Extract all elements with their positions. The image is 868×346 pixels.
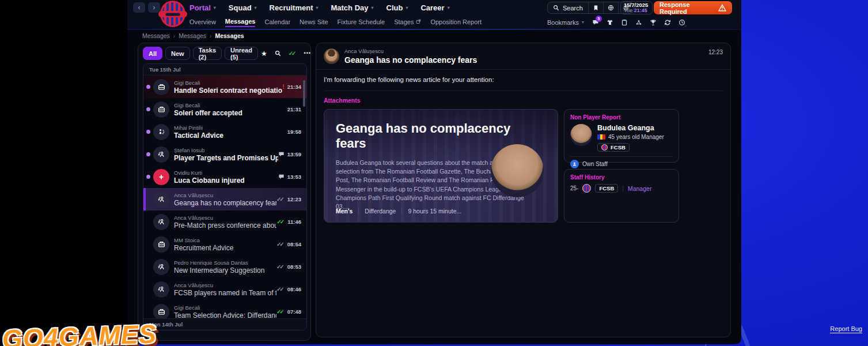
menu-squad[interactable]: Squad▾	[229, 3, 257, 12]
go4games-watermark: GO4GAMES	[2, 319, 157, 346]
item-time: 08:54	[287, 241, 301, 247]
briefcase-icon	[153, 236, 169, 253]
news-article-card[interactable]: Geanga has no complacency fears Budulea …	[324, 109, 558, 223]
item-subject: Luca Ciobanu injured	[174, 176, 278, 185]
flag-bookmark-button[interactable]	[589, 2, 604, 13]
forward-button[interactable]: ›	[148, 2, 160, 13]
tab-tasks[interactable]: Tasks (2)	[193, 47, 222, 60]
tab-messages[interactable]: Messages	[225, 18, 256, 27]
tab-stages[interactable]: Stages	[394, 18, 421, 27]
response-required-label: Response Required	[659, 1, 718, 15]
sender-avatar	[324, 48, 339, 64]
chevron-down-icon: ▾	[448, 5, 450, 10]
bookmarks-dropdown[interactable]: Bookmarks ▾	[547, 16, 584, 29]
staff-name[interactable]: Budulea Geanga	[597, 124, 664, 132]
read-receipt-icon: ✓✓	[276, 286, 285, 292]
tab-unread[interactable]: Unread (5)	[225, 47, 258, 60]
menu-match-day[interactable]: Match Day▾	[331, 3, 373, 12]
trophy-button[interactable]	[649, 18, 657, 26]
response-required-button[interactable]: Response Required	[654, 1, 732, 14]
breadcrumb-separator: ›	[210, 33, 211, 39]
list-item[interactable]: Mihai PintiliiTactical Advice 19:58	[143, 121, 306, 143]
item-subject: Recruitment Advice	[174, 244, 276, 252]
notes-button[interactable]: 5	[592, 18, 599, 26]
message-header: Anca Vâlușescu Geanga has no complacency…	[316, 43, 730, 70]
breadcrumb-item[interactable]: Messages	[179, 32, 206, 39]
speech-bubble-icon	[278, 174, 285, 180]
message-body: I'm forwarding the following news articl…	[316, 70, 730, 91]
tag-separator	[401, 208, 402, 215]
message-list: Tue 15th Jul Gigi BecaliHandle Soleri co…	[143, 63, 307, 330]
report-bug-link[interactable]: Report Bug	[830, 325, 862, 333]
item-subject: Player Targets and Promises Updates	[174, 154, 278, 162]
item-time: 13:53	[287, 174, 301, 180]
menu-club[interactable]: Club▾	[386, 3, 408, 12]
item-time: 08:46	[287, 286, 301, 292]
agent-icon	[153, 259, 169, 275]
list-item[interactable]: Anca VâlușescuFCSB players named in Team…	[143, 278, 306, 300]
scrollbar-thumb[interactable]	[303, 80, 305, 107]
own-staff-row: Own Staff	[570, 160, 673, 168]
back-button[interactable]: ‹	[133, 2, 145, 13]
tab-all[interactable]: All	[143, 47, 162, 60]
tab-overview[interactable]: Overview	[189, 18, 216, 27]
item-time: 11:46	[287, 219, 301, 225]
menu-recruitment[interactable]: Recruitment▾	[270, 3, 319, 12]
more-options-icon[interactable]: •••	[304, 51, 311, 56]
search-icon[interactable]	[275, 50, 281, 57]
message-time: 12:23	[708, 48, 723, 55]
search-button[interactable]: Search	[548, 2, 589, 13]
item-subject: Tactical Advice	[174, 131, 287, 140]
list-item[interactable]: Ștefan IosubPlayer Targets and Promises …	[143, 143, 306, 166]
main-menu: Portal▾ Squad▾ Recruitment▾ Match Day▾ C…	[189, 0, 450, 15]
external-link-icon	[416, 19, 421, 24]
message-subject: Geanga has no complacency fears	[344, 55, 477, 65]
chevron-down-icon: ▾	[582, 20, 584, 25]
mark-read-icon[interactable]: ✓✓	[289, 51, 297, 57]
article-tag: Differdange	[365, 208, 396, 215]
notification-badge: 5	[596, 16, 602, 22]
game-date[interactable]: 15/7/2025 Tue 21:45	[620, 1, 653, 14]
scouting-button[interactable]	[635, 18, 642, 26]
sync-icon[interactable]	[664, 18, 671, 26]
tab-fixture-schedule[interactable]: Fixture Schedule	[338, 18, 385, 27]
world-button[interactable]	[604, 2, 619, 13]
list-item[interactable]: Gigi BecaliSoleri offer accepted 21:31	[143, 98, 306, 121]
clipboard-button[interactable]	[620, 18, 628, 26]
club-chip[interactable]: FCSB	[595, 184, 618, 193]
game-window: ‹ › Portal▾ Squad▾ Recruitment▾ Match Da…	[127, 0, 741, 344]
medical-icon	[153, 169, 169, 185]
article-tag: 9 hours 15 minute...	[408, 208, 461, 215]
alert-icon: !	[282, 84, 284, 90]
list-item[interactable]: Gigi BecaliHandle Soleri contract negoti…	[143, 76, 306, 98]
tab-opposition-report[interactable]: Opposition Report	[430, 18, 482, 27]
club-chip[interactable]: FCSB	[597, 143, 630, 152]
tab-news-site[interactable]: News Site	[300, 18, 328, 27]
item-time: 21:31	[287, 106, 301, 112]
menu-career[interactable]: Career▾	[420, 3, 449, 12]
list-item[interactable]: Anca VâlușescuPre-Match press conference…	[143, 210, 306, 233]
history-icon[interactable]	[678, 18, 685, 26]
card-title: Staff History	[570, 174, 673, 180]
menu-portal[interactable]: Portal▾	[189, 3, 216, 12]
article-tags: Men's Differdange 9 hours 15 minute...	[336, 208, 461, 215]
list-item[interactable]: Pedro Henrique Sousa DantasNew Intermedi…	[143, 255, 306, 278]
star-icon[interactable]: ★	[261, 50, 267, 57]
list-item-selected[interactable]: Anca VâlușescuGeanga has no complacency …	[143, 188, 306, 210]
list-item[interactable]: MM StoicaRecruitment Advice ✓✓08:54	[143, 233, 306, 255]
item-sender: Gigi Becali	[174, 102, 287, 108]
kit-button[interactable]	[606, 18, 613, 26]
card-title: Non Player Report	[570, 114, 673, 121]
crest-pill	[165, 13, 180, 16]
tab-calendar[interactable]: Calendar	[264, 18, 290, 27]
chevron-down-icon: ▾	[255, 5, 257, 10]
breadcrumb-item[interactable]: Messages	[142, 32, 170, 39]
staff-history-card: Staff History 25- FCSB | Manager	[564, 169, 679, 223]
article-photo	[491, 144, 544, 197]
list-item[interactable]: Ovidiu KurtiLuca Ciobanu injured 13:53	[143, 166, 306, 188]
day-value: Tue	[624, 7, 632, 13]
tab-new[interactable]: New	[165, 47, 190, 60]
breadcrumb: Messages › Messages › Messages	[142, 32, 244, 39]
item-sender: Ștefan Iosub	[174, 147, 278, 153]
item-subject: Pre-Match press conference about to begi…	[174, 221, 276, 230]
